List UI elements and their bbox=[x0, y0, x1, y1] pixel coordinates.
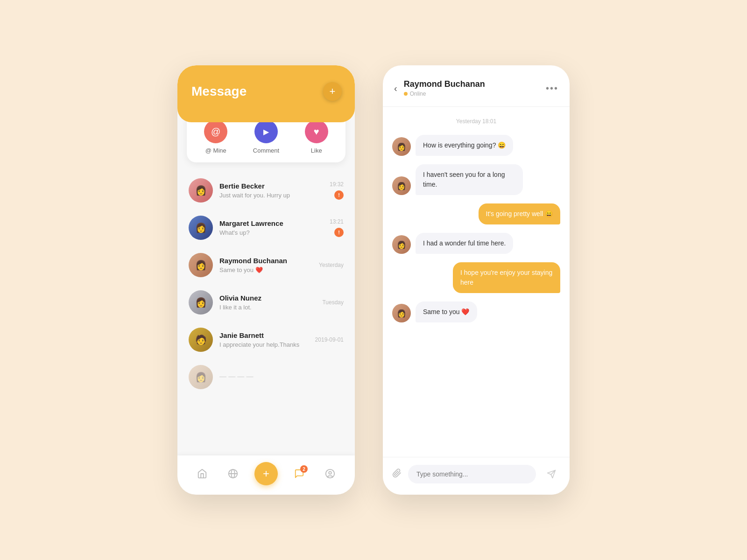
msg-name: — — — — bbox=[219, 372, 344, 380]
chat-avatar: 👩 bbox=[392, 235, 411, 254]
chat-avatar: 👩 bbox=[392, 176, 411, 195]
right-phone: ‹ Raymond Buchanan Online ••• Yesterday … bbox=[383, 65, 570, 495]
msg-name: Bertie Becker bbox=[219, 182, 330, 190]
status-text: Online bbox=[410, 91, 426, 97]
svg-point-4 bbox=[329, 471, 331, 474]
chat-avatar: 👩 bbox=[392, 137, 411, 156]
msg-content: — — — — bbox=[219, 372, 344, 382]
comment-label: Comment bbox=[253, 147, 279, 154]
chat-row-received: 👩 How is everything going? 😄 bbox=[392, 135, 560, 156]
send-button[interactable] bbox=[543, 465, 560, 483]
date-divider: Yesterday 18:01 bbox=[392, 118, 560, 125]
avatar: 👩 bbox=[189, 216, 213, 240]
like-icon: ♥ bbox=[305, 120, 328, 143]
chat-bubble: Same to you ❤️ bbox=[416, 301, 477, 322]
list-item[interactable]: 🧑 Janie Barnett I appreciate your help.T… bbox=[177, 321, 355, 358]
message-list: 👩 Bertie Becker Just wait for you. Hurry… bbox=[177, 162, 355, 455]
avatar: 👩 bbox=[189, 365, 213, 389]
chat-row-received: 👩 I had a wonder ful time here. bbox=[392, 233, 560, 254]
list-item[interactable]: 👩 Raymond Buchanan Same to you ❤️ Yester… bbox=[177, 246, 355, 284]
msg-content: Janie Barnett I appreciate your help.Tha… bbox=[219, 331, 315, 348]
chat-bubble: How is everything going? 😄 bbox=[416, 135, 513, 156]
chat-messages: Yesterday 18:01 👩 How is everything goin… bbox=[383, 107, 570, 457]
mine-icon: @ bbox=[204, 120, 227, 143]
chat-bubble: It's going pretty well 😄 bbox=[479, 203, 560, 224]
msg-time: 2019-09-01 bbox=[315, 336, 344, 343]
msg-content: Olivia Nunez I like it a lot. bbox=[219, 294, 322, 311]
avatar: 👩 bbox=[189, 290, 213, 315]
msg-meta: Yesterday bbox=[319, 262, 344, 268]
msg-time: Yesterday bbox=[319, 262, 344, 268]
nav-messages[interactable]: 2 bbox=[290, 464, 309, 483]
attach-button[interactable] bbox=[392, 469, 402, 480]
comment-icon: ▶ bbox=[254, 120, 278, 143]
msg-preview: What's up? bbox=[219, 229, 330, 236]
msg-badge: ! bbox=[334, 190, 344, 200]
chat-bubble: I had a wonder ful time here. bbox=[416, 233, 513, 254]
chat-row-received: 👩 I haven't seen you for a long time. bbox=[392, 164, 560, 195]
chat-row-received: 👩 Same to you ❤️ bbox=[392, 301, 560, 322]
chat-user-info: Raymond Buchanan Online bbox=[404, 79, 546, 97]
avatar: 👩 bbox=[189, 253, 213, 277]
msg-meta: 13:21 ! bbox=[330, 218, 344, 237]
chat-input[interactable] bbox=[408, 465, 536, 483]
list-item[interactable]: 👩 Margaret Lawrence What's up? 13:21 ! bbox=[177, 209, 355, 246]
msg-preview: Just wait for you. Hurry up bbox=[219, 192, 330, 199]
msg-time: 19:32 bbox=[330, 181, 344, 188]
chat-row-sent: I hope you're enjoy your staying here bbox=[392, 262, 560, 293]
chat-status: Online bbox=[404, 91, 546, 97]
quick-action-mine[interactable]: @ @ Mine bbox=[204, 120, 227, 154]
msg-badge: ! bbox=[334, 228, 344, 237]
msg-preview: I like it a lot. bbox=[219, 304, 322, 311]
msg-name: Raymond Buchanan bbox=[219, 257, 319, 265]
avatar: 👩 bbox=[189, 178, 213, 203]
chat-avatar: 👩 bbox=[392, 304, 411, 322]
msg-preview: I appreciate your help.Thanks bbox=[219, 341, 315, 348]
mine-label: @ Mine bbox=[205, 147, 226, 154]
msg-content: Raymond Buchanan Same to you ❤️ bbox=[219, 257, 319, 273]
msg-time: Tuesday bbox=[322, 299, 344, 306]
msg-name: Janie Barnett bbox=[219, 331, 315, 339]
messages-badge: 2 bbox=[300, 465, 308, 473]
chat-bubble: I hope you're enjoy your staying here bbox=[453, 262, 560, 293]
back-button[interactable]: ‹ bbox=[394, 83, 397, 94]
msg-content: Margaret Lawrence What's up? bbox=[219, 219, 330, 236]
nav-explore[interactable] bbox=[224, 464, 242, 483]
bottom-nav: + 2 bbox=[177, 455, 355, 495]
msg-name: Olivia Nunez bbox=[219, 294, 322, 302]
msg-meta: Tuesday bbox=[322, 299, 344, 306]
avatar: 🧑 bbox=[189, 328, 213, 352]
status-dot bbox=[404, 92, 408, 96]
left-header: Message + bbox=[177, 65, 355, 122]
chat-row-sent: It's going pretty well 😄 bbox=[392, 203, 560, 224]
msg-time: 13:21 bbox=[330, 218, 344, 225]
msg-preview: Same to you ❤️ bbox=[219, 266, 319, 273]
quick-action-comment[interactable]: ▶ Comment bbox=[253, 120, 279, 154]
msg-content: Bertie Becker Just wait for you. Hurry u… bbox=[219, 182, 330, 199]
message-title: Message bbox=[191, 84, 341, 99]
add-button[interactable]: + bbox=[323, 82, 342, 101]
list-item[interactable]: 👩 Olivia Nunez I like it a lot. Tuesday bbox=[177, 284, 355, 321]
nav-add-button[interactable]: + bbox=[254, 462, 278, 485]
msg-meta: 2019-09-01 bbox=[315, 336, 344, 343]
chat-header: ‹ Raymond Buchanan Online ••• bbox=[383, 65, 570, 107]
msg-meta: 19:32 ! bbox=[330, 181, 344, 200]
nav-home[interactable] bbox=[193, 464, 211, 483]
list-item[interactable]: 👩 — — — — bbox=[177, 358, 355, 396]
left-phone: Message + @ @ Mine ▶ Comment ♥ Like 👩 Be… bbox=[177, 65, 355, 495]
list-item[interactable]: 👩 Bertie Becker Just wait for you. Hurry… bbox=[177, 172, 355, 209]
chat-bubble: I haven't seen you for a long time. bbox=[416, 164, 523, 195]
nav-profile[interactable] bbox=[321, 464, 339, 483]
like-label: Like bbox=[311, 147, 322, 154]
chat-input-area bbox=[383, 457, 570, 495]
more-button[interactable]: ••• bbox=[546, 83, 558, 94]
quick-action-like[interactable]: ♥ Like bbox=[305, 120, 328, 154]
chat-username: Raymond Buchanan bbox=[404, 79, 546, 89]
msg-name: Margaret Lawrence bbox=[219, 219, 330, 227]
